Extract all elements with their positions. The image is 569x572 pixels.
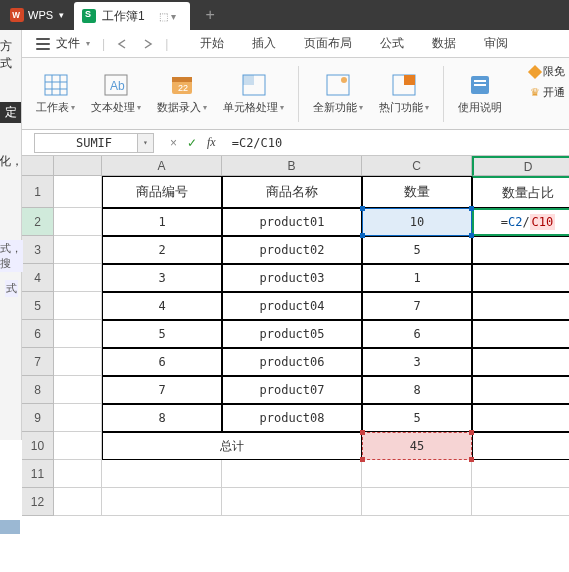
tab-data[interactable]: 数据: [418, 30, 470, 57]
cell-D8[interactable]: [472, 376, 569, 404]
spreadsheet-grid[interactable]: A B C D 1 商品编号 商品名称 数量 数量占比 2 1 product0…: [22, 156, 569, 516]
cell-A11[interactable]: [102, 460, 222, 488]
cell-A5[interactable]: 4: [102, 292, 222, 320]
header-cell-A[interactable]: 商品编号: [102, 176, 222, 208]
tool-new-features[interactable]: 全新功能▾: [307, 64, 369, 123]
col-header-B[interactable]: B: [222, 156, 362, 176]
cell-B12[interactable]: [222, 488, 362, 516]
cell-D10[interactable]: [472, 432, 569, 460]
side-text-2: 定: [0, 102, 21, 123]
cell-B6[interactable]: product05: [222, 320, 362, 348]
cell-B8[interactable]: product07: [222, 376, 362, 404]
col-header-C[interactable]: C: [362, 156, 472, 176]
file-menu[interactable]: 文件 ▾: [30, 35, 96, 52]
header-cell-C[interactable]: 数量: [362, 176, 472, 208]
wps-menu[interactable]: W WPS ▾: [0, 0, 74, 30]
cell-B7[interactable]: product06: [222, 348, 362, 376]
cell-D2-editing[interactable]: =C2/C10: [472, 208, 569, 236]
row-header-9[interactable]: 9: [22, 404, 54, 432]
row-header-4[interactable]: 4: [22, 264, 54, 292]
tool-text-label: 文本处理: [91, 100, 135, 115]
tab-insert[interactable]: 插入: [238, 30, 290, 57]
select-all-corner[interactable]: [22, 156, 54, 176]
cell-C8[interactable]: 8: [362, 376, 472, 404]
new-tab-button[interactable]: +: [190, 6, 231, 24]
tool-text-processing[interactable]: Ab 文本处理▾: [85, 64, 147, 123]
row-header-10[interactable]: 10: [22, 432, 54, 460]
cell-A8[interactable]: 7: [102, 376, 222, 404]
name-box[interactable]: SUMIF ▾: [34, 133, 154, 153]
col-header-A[interactable]: A: [102, 156, 222, 176]
tab-controls[interactable]: ⬚ ▾: [159, 11, 176, 22]
cell-C5[interactable]: 7: [362, 292, 472, 320]
undo-icon[interactable]: [115, 36, 131, 52]
row-header-11[interactable]: 11: [22, 460, 54, 488]
cell-D6[interactable]: [472, 320, 569, 348]
redo-icon[interactable]: [139, 36, 155, 52]
cell-C2[interactable]: 10: [362, 208, 472, 236]
vip-limited-free[interactable]: 限免: [530, 64, 565, 79]
formula-input[interactable]: =C2/C10: [226, 133, 569, 153]
cell-C3[interactable]: 5: [362, 236, 472, 264]
cell-A9[interactable]: 8: [102, 404, 222, 432]
tab-page-layout[interactable]: 页面布局: [290, 30, 366, 57]
tool-worksheet[interactable]: 工作表▾: [30, 64, 81, 123]
cell-C6[interactable]: 6: [362, 320, 472, 348]
cell-A3[interactable]: 2: [102, 236, 222, 264]
cell-D3[interactable]: [472, 236, 569, 264]
chevron-down-icon: ▾: [71, 103, 75, 112]
cell-A2[interactable]: 1: [102, 208, 222, 236]
cell-AB10-total[interactable]: 总计: [102, 432, 362, 460]
header-cell-D[interactable]: 数量占比: [472, 176, 569, 208]
cell-A6[interactable]: 5: [102, 320, 222, 348]
cell-D4[interactable]: [472, 264, 569, 292]
cell-C4[interactable]: 1: [362, 264, 472, 292]
cell-C7[interactable]: 3: [362, 348, 472, 376]
cell-B4[interactable]: product03: [222, 264, 362, 292]
cell-C10[interactable]: 45: [362, 432, 472, 460]
cell-C12[interactable]: [362, 488, 472, 516]
row-header-12[interactable]: 12: [22, 488, 54, 516]
formula-ref-c10: C10: [530, 214, 556, 230]
side-text-5: 式: [5, 280, 18, 297]
row-header-7[interactable]: 7: [22, 348, 54, 376]
col-header-D[interactable]: D: [472, 156, 569, 176]
row-header-5[interactable]: 5: [22, 292, 54, 320]
cell-D11[interactable]: [472, 460, 569, 488]
cell-C9[interactable]: 5: [362, 404, 472, 432]
tab-start[interactable]: 开始: [186, 30, 238, 57]
row-header-2[interactable]: 2: [22, 208, 54, 236]
cell-A7[interactable]: 6: [102, 348, 222, 376]
bottom-left-tab[interactable]: [0, 520, 20, 534]
cancel-formula-button[interactable]: ×: [170, 136, 177, 150]
tab-review[interactable]: 审阅: [470, 30, 522, 57]
fx-button[interactable]: fx: [207, 135, 216, 150]
document-tab[interactable]: 工作簿1 ⬚ ▾: [74, 2, 189, 30]
tool-cell-processing[interactable]: 单元格处理▾: [217, 64, 290, 123]
cell-A12[interactable]: [102, 488, 222, 516]
cell-D9[interactable]: [472, 404, 569, 432]
tool-data-entry[interactable]: 22 数据录入▾: [151, 64, 213, 123]
cell-C11[interactable]: [362, 460, 472, 488]
tool-help[interactable]: 使用说明: [452, 64, 508, 123]
row-header-3[interactable]: 3: [22, 236, 54, 264]
cell-B3[interactable]: product02: [222, 236, 362, 264]
cell-A4[interactable]: 3: [102, 264, 222, 292]
open-vip[interactable]: ♛开通: [530, 85, 565, 100]
name-box-dropdown[interactable]: ▾: [137, 134, 153, 152]
row-header-8[interactable]: 8: [22, 376, 54, 404]
tab-formula[interactable]: 公式: [366, 30, 418, 57]
cell-B11[interactable]: [222, 460, 362, 488]
cell-B2[interactable]: product01: [222, 208, 362, 236]
confirm-formula-button[interactable]: ✓: [187, 136, 197, 150]
cell-D12[interactable]: [472, 488, 569, 516]
header-cell-B[interactable]: 商品名称: [222, 176, 362, 208]
row-header-6[interactable]: 6: [22, 320, 54, 348]
cell-B9[interactable]: product08: [222, 404, 362, 432]
row-header-1[interactable]: 1: [22, 176, 54, 208]
tool-hot-features[interactable]: 热门功能▾: [373, 64, 435, 123]
open-vip-label: 开通: [543, 85, 565, 100]
cell-B5[interactable]: product04: [222, 292, 362, 320]
cell-D7[interactable]: [472, 348, 569, 376]
cell-D5[interactable]: [472, 292, 569, 320]
